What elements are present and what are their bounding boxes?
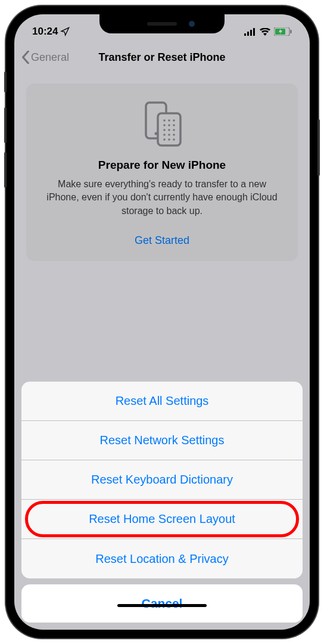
reset-all-settings[interactable]: Reset All Settings [21, 382, 303, 421]
reset-location-privacy[interactable]: Reset Location & Privacy [21, 539, 303, 578]
action-sheet: Reset All Settings Reset Network Setting… [14, 382, 310, 630]
home-indicator[interactable] [117, 604, 207, 607]
reset-options-group: Reset All Settings Reset Network Setting… [21, 382, 303, 578]
reset-network-settings[interactable]: Reset Network Settings [21, 421, 303, 460]
reset-keyboard-dictionary[interactable]: Reset Keyboard Dictionary [21, 460, 303, 500]
cancel-button[interactable]: Cancel [21, 584, 303, 623]
reset-home-screen-layout[interactable]: Reset Home Screen Layout [21, 500, 303, 539]
